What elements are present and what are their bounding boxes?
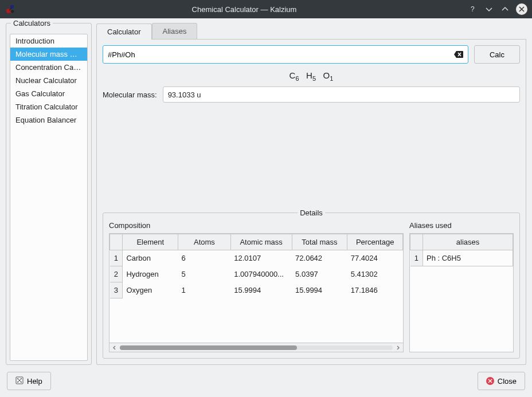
col-atoms[interactable]: Atoms [178, 234, 231, 250]
composition-hscrollbar[interactable] [109, 343, 403, 352]
tabbar: Calculator Aliases [96, 23, 526, 40]
col-percentage[interactable]: Percentage [347, 234, 403, 250]
close-button[interactable]: Close [478, 372, 525, 390]
composition-label: Composition [109, 221, 404, 230]
maximize-icon[interactable] [500, 4, 510, 14]
aliases-table[interactable]: aliases 1 Ph : C6H5 [409, 233, 514, 352]
table-row[interactable]: 3 Oxygen 1 15.9994 15.9994 17.1846 [110, 282, 403, 298]
tab-aliases[interactable]: Aliases [152, 23, 198, 39]
formula-input[interactable] [108, 50, 454, 59]
formula-input-wrap [103, 45, 468, 64]
table-row[interactable]: 1 Carbon 6 12.0107 72.0642 77.4024 [110, 250, 403, 266]
window-title: Chemical Calculator — Kalzium [21, 5, 468, 14]
clear-input-icon[interactable] [454, 50, 463, 59]
molecular-mass-label: Molecular mass: [103, 91, 157, 99]
table-row[interactable]: 1 Ph : C6H5 [410, 250, 513, 266]
svg-point-1 [10, 5, 14, 9]
help-icon[interactable]: ? [468, 4, 478, 14]
close-red-icon [486, 377, 494, 385]
sidebar-item-gas[interactable]: Gas Calculator [10, 87, 87, 100]
dialog-footer: Help Close [0, 367, 532, 397]
sidebar-item-titration[interactable]: Titration Calculator [10, 100, 87, 113]
aliases-used-label: Aliases used [409, 221, 514, 230]
help-button[interactable]: Help [7, 372, 51, 390]
tab-calculator[interactable]: Calculator [96, 23, 152, 40]
calc-button[interactable]: Calc [474, 45, 520, 64]
calculators-list[interactable]: Introduction Molecular mass Calc... Conc… [10, 34, 88, 361]
sidebar-item-molecular-mass[interactable]: Molecular mass Calc... [10, 48, 87, 61]
help-icon [15, 376, 24, 386]
app-icon [5, 3, 16, 15]
help-button-label: Help [27, 377, 42, 386]
col-aliases[interactable]: aliases [423, 234, 513, 250]
molecular-mass-value: 93.1033 u [163, 87, 520, 103]
parsed-formula: C6 H5 O1 [103, 69, 520, 87]
titlebar: Chemical Calculator — Kalzium ? [0, 0, 532, 18]
col-atomic-mass[interactable]: Atomic mass [230, 234, 292, 250]
sidebar-item-nuclear[interactable]: Nuclear Calculator [10, 74, 87, 87]
calculators-group: Calculators Introduction Molecular mass … [6, 23, 92, 365]
sidebar-item-introduction[interactable]: Introduction [10, 34, 87, 48]
details-group-label: Details [298, 209, 325, 217]
col-total-mass[interactable]: Total mass [292, 234, 347, 250]
close-icon[interactable] [516, 3, 527, 15]
table-row[interactable]: 2 Hydrogen 5 1.007940000... 5.0397 5.413… [110, 266, 403, 282]
sidebar-item-equation-balancer[interactable]: Equation Balancer [10, 113, 87, 127]
composition-table[interactable]: Element Atoms Atomic mass Total mass Per… [109, 233, 404, 352]
scroll-right-icon[interactable] [394, 344, 402, 351]
svg-text:?: ? [471, 5, 475, 13]
calculators-group-label: Calculators [11, 19, 53, 27]
sidebar-item-concentration[interactable]: Concentration Calcul... [10, 61, 87, 74]
minimize-icon[interactable] [484, 4, 494, 14]
details-group: Details Composition [103, 213, 520, 359]
tab-content-calculator: Calc C6 H5 O1 Molecular mass: 93.1033 u … [96, 40, 526, 365]
scroll-left-icon[interactable] [111, 344, 119, 351]
window-controls: ? [468, 3, 527, 15]
close-button-label: Close [498, 377, 517, 386]
col-element[interactable]: Element [123, 234, 178, 250]
